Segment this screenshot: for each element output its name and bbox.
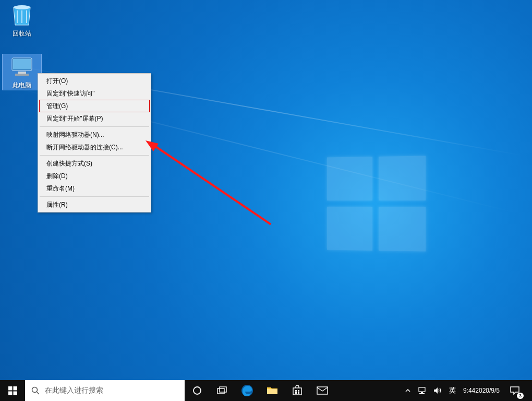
svg-rect-18 [298, 390, 299, 392]
edge-icon [241, 384, 253, 397]
menu-item-open[interactable]: 打开(O) [39, 75, 150, 87]
svg-rect-19 [295, 392, 297, 394]
task-view-icon [217, 386, 227, 395]
svg-rect-13 [220, 387, 226, 392]
clock-date: 2020/9/5 [475, 387, 500, 394]
file-explorer-icon [267, 386, 278, 395]
menu-item-delete[interactable]: 删除(D) [39, 170, 150, 182]
chevron-up-icon [405, 388, 410, 393]
taskbar-app-store[interactable] [285, 380, 310, 401]
desktop-icon-this-pc[interactable]: 此电脑 [3, 54, 41, 90]
taskbar-cortana[interactable] [185, 380, 210, 401]
svg-rect-7 [8, 391, 13, 395]
svg-point-11 [194, 387, 201, 394]
desktop[interactable]: 回收站 此电脑 打开(O) 固定到"快速访问" 管理(G) 固定到"开始"屏幕(… [0, 0, 532, 401]
menu-item-create-shortcut[interactable]: 创建快捷方式(S) [39, 157, 150, 170]
menu-separator [40, 196, 149, 197]
taskbar-app-mail[interactable] [310, 380, 335, 401]
desktop-icon-recycle-bin[interactable]: 回收站 [3, 3, 41, 38]
taskbar-app-edge[interactable] [235, 380, 260, 401]
svg-rect-22 [419, 387, 425, 392]
svg-rect-21 [317, 387, 328, 394]
windows-logo-wallpaper [327, 156, 426, 251]
svg-line-10 [37, 392, 40, 395]
context-menu: 打开(O) 固定到"快速访问" 管理(G) 固定到"开始"屏幕(P) 映射网络驱… [38, 73, 151, 213]
mail-icon [317, 386, 328, 395]
menu-item-rename[interactable]: 重命名(M) [39, 182, 150, 195]
svg-rect-2 [13, 59, 31, 69]
menu-separator [40, 155, 149, 156]
network-icon [418, 387, 426, 394]
svg-rect-15 [267, 389, 277, 394]
taskbar-spacer [335, 380, 402, 401]
svg-point-9 [32, 387, 38, 393]
show-desktop-button[interactable] [527, 380, 530, 401]
menu-item-disconnect-drive[interactable]: 断开网络驱动器的连接(C)... [39, 141, 150, 154]
svg-rect-12 [217, 388, 224, 394]
tray-network[interactable] [415, 380, 429, 401]
ms-store-icon [292, 385, 303, 396]
start-button[interactable] [0, 380, 25, 401]
taskbar-app-explorer[interactable] [260, 380, 285, 401]
svg-rect-16 [293, 388, 301, 395]
windows-start-icon [8, 386, 17, 395]
svg-rect-8 [13, 391, 17, 395]
menu-separator [40, 126, 149, 127]
menu-item-pin-quick-access[interactable]: 固定到"快速访问" [39, 87, 150, 100]
menu-item-manage[interactable]: 管理(G) [39, 100, 150, 112]
svg-rect-23 [421, 392, 423, 393]
svg-rect-24 [419, 393, 425, 394]
svg-rect-17 [295, 390, 297, 392]
tray-action-center[interactable]: 3 [504, 380, 526, 401]
taskbar-search[interactable]: 在此键入进行搜索 [25, 380, 185, 401]
system-tray: 英 9:44 2020/9/5 3 [402, 380, 532, 401]
taskbar: 在此键入进行搜索 [0, 380, 532, 401]
search-icon [31, 386, 40, 395]
menu-item-properties[interactable]: 属性(R) [39, 198, 150, 211]
menu-item-map-drive[interactable]: 映射网络驱动器(N)... [39, 128, 150, 141]
svg-rect-3 [18, 72, 26, 74]
tray-volume[interactable] [430, 380, 445, 401]
tray-ime[interactable]: 英 [446, 380, 459, 401]
clock-time: 9:44 [463, 387, 475, 394]
this-pc-icon [9, 54, 34, 79]
svg-rect-5 [8, 386, 13, 391]
annotation-arrow [149, 141, 271, 225]
svg-rect-4 [15, 74, 29, 76]
tray-overflow[interactable] [402, 380, 414, 401]
cortana-circle-icon [192, 386, 202, 395]
svg-rect-6 [13, 386, 17, 391]
recycle-bin-icon [9, 3, 34, 28]
svg-point-0 [14, 5, 30, 9]
search-placeholder: 在此键入进行搜索 [45, 386, 103, 395]
icon-label: 回收站 [3, 29, 41, 38]
tray-clock[interactable]: 9:44 2020/9/5 [460, 380, 503, 401]
speaker-icon [433, 387, 442, 394]
menu-item-pin-start[interactable]: 固定到"开始"屏幕(P) [39, 112, 150, 125]
notification-badge: 3 [517, 393, 524, 399]
svg-rect-20 [298, 392, 299, 394]
icon-label: 此电脑 [3, 81, 41, 90]
taskbar-task-view[interactable] [210, 380, 235, 401]
